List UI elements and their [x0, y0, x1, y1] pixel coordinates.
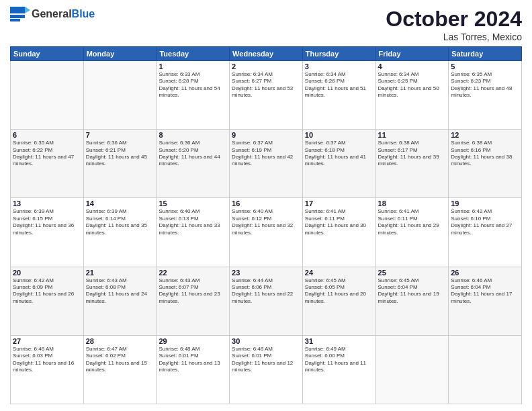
day-cell: 10Sunrise: 6:37 AM Sunset: 6:18 PM Dayli…	[302, 130, 375, 198]
day-cell: 28Sunrise: 6:47 AM Sunset: 6:02 PM Dayli…	[83, 335, 157, 404]
day-info: Sunrise: 6:44 AM Sunset: 6:06 PM Dayligh…	[232, 277, 300, 306]
day-cell: 16Sunrise: 6:40 AM Sunset: 6:12 PM Dayli…	[230, 198, 303, 267]
day-header-wednesday: Wednesday	[230, 47, 303, 61]
page: GeneralBlue October 2024 Las Torres, Mex…	[0, 0, 532, 411]
logo-icon	[10, 7, 30, 21]
day-number: 14	[86, 199, 154, 208]
day-info: Sunrise: 6:36 AM Sunset: 6:20 PM Dayligh…	[159, 140, 227, 168]
day-info: Sunrise: 6:37 AM Sunset: 6:18 PM Dayligh…	[305, 140, 373, 168]
day-header-thursday: Thursday	[302, 47, 375, 61]
day-info: Sunrise: 6:36 AM Sunset: 6:21 PM Dayligh…	[86, 140, 154, 168]
day-cell: 20Sunrise: 6:42 AM Sunset: 6:09 PM Dayli…	[11, 267, 84, 335]
day-number: 27	[13, 337, 81, 345]
day-info: Sunrise: 6:49 AM Sunset: 6:00 PM Dayligh…	[305, 346, 373, 374]
header: GeneralBlue October 2024 Las Torres, Mex…	[10, 7, 522, 42]
month-title: October 2024	[386, 7, 522, 32]
day-number: 9	[232, 131, 300, 139]
day-info: Sunrise: 6:47 AM Sunset: 6:02 PM Dayligh…	[86, 346, 154, 374]
day-cell: 24Sunrise: 6:45 AM Sunset: 6:05 PM Dayli…	[302, 267, 375, 335]
day-number: 6	[13, 131, 81, 139]
day-cell: 9Sunrise: 6:37 AM Sunset: 6:19 PM Daylig…	[230, 130, 303, 198]
location: Las Torres, Mexico	[386, 32, 522, 42]
day-number: 23	[232, 269, 300, 277]
day-number: 5	[451, 62, 519, 71]
day-cell: 7Sunrise: 6:36 AM Sunset: 6:21 PM Daylig…	[83, 130, 157, 198]
day-cell: 12Sunrise: 6:38 AM Sunset: 6:16 PM Dayli…	[449, 130, 522, 198]
logo: GeneralBlue	[10, 7, 95, 21]
day-cell: 3Sunrise: 6:34 AM Sunset: 6:26 PM Daylig…	[302, 61, 375, 130]
day-info: Sunrise: 6:39 AM Sunset: 6:15 PM Dayligh…	[13, 208, 81, 236]
svg-marker-1	[25, 7, 30, 13]
day-info: Sunrise: 6:48 AM Sunset: 6:01 PM Dayligh…	[159, 346, 227, 374]
day-info: Sunrise: 6:48 AM Sunset: 6:01 PM Dayligh…	[232, 346, 300, 374]
week-row-3: 13Sunrise: 6:39 AM Sunset: 6:15 PM Dayli…	[11, 198, 522, 267]
day-number: 16	[232, 199, 300, 208]
day-cell	[83, 61, 157, 130]
week-row-1: 1Sunrise: 6:33 AM Sunset: 6:28 PM Daylig…	[11, 61, 522, 130]
day-number: 26	[451, 269, 519, 277]
day-info: Sunrise: 6:38 AM Sunset: 6:16 PM Dayligh…	[451, 140, 519, 168]
day-cell: 13Sunrise: 6:39 AM Sunset: 6:15 PM Dayli…	[11, 198, 84, 267]
day-info: Sunrise: 6:40 AM Sunset: 6:12 PM Dayligh…	[232, 208, 300, 236]
day-info: Sunrise: 6:42 AM Sunset: 6:09 PM Dayligh…	[13, 277, 81, 306]
day-cell	[449, 335, 522, 404]
day-info: Sunrise: 6:39 AM Sunset: 6:14 PM Dayligh…	[86, 208, 154, 236]
calendar-header-row: SundayMondayTuesdayWednesdayThursdayFrid…	[11, 47, 522, 61]
day-info: Sunrise: 6:33 AM Sunset: 6:28 PM Dayligh…	[159, 71, 227, 99]
day-info: Sunrise: 6:34 AM Sunset: 6:27 PM Dayligh…	[232, 71, 300, 99]
svg-rect-3	[10, 19, 20, 21]
day-info: Sunrise: 6:41 AM Sunset: 6:11 PM Dayligh…	[305, 208, 373, 236]
day-info: Sunrise: 6:37 AM Sunset: 6:19 PM Dayligh…	[232, 140, 300, 168]
svg-rect-2	[10, 15, 25, 18]
day-number: 15	[159, 199, 227, 208]
day-number: 25	[378, 269, 447, 277]
title-section: October 2024 Las Torres, Mexico	[386, 7, 522, 42]
day-number: 29	[159, 337, 227, 345]
day-info: Sunrise: 6:35 AM Sunset: 6:22 PM Dayligh…	[13, 140, 81, 168]
logo-blue: Blue	[72, 8, 95, 19]
calendar-table: SundayMondayTuesdayWednesdayThursdayFrid…	[10, 46, 522, 404]
day-number: 30	[232, 337, 300, 345]
day-number: 20	[13, 269, 81, 277]
day-info: Sunrise: 6:34 AM Sunset: 6:26 PM Dayligh…	[305, 71, 373, 99]
logo-text: GeneralBlue	[32, 8, 95, 20]
day-number: 7	[86, 131, 154, 139]
day-cell: 1Sunrise: 6:33 AM Sunset: 6:28 PM Daylig…	[157, 61, 230, 130]
week-row-2: 6Sunrise: 6:35 AM Sunset: 6:22 PM Daylig…	[11, 130, 522, 198]
day-number: 4	[378, 62, 447, 71]
day-info: Sunrise: 6:46 AM Sunset: 6:03 PM Dayligh…	[13, 346, 81, 374]
day-cell: 5Sunrise: 6:35 AM Sunset: 6:23 PM Daylig…	[449, 61, 522, 130]
day-cell: 6Sunrise: 6:35 AM Sunset: 6:22 PM Daylig…	[11, 130, 84, 198]
svg-rect-0	[10, 7, 25, 13]
day-cell: 17Sunrise: 6:41 AM Sunset: 6:11 PM Dayli…	[302, 198, 375, 267]
day-info: Sunrise: 6:34 AM Sunset: 6:25 PM Dayligh…	[378, 71, 447, 99]
day-info: Sunrise: 6:45 AM Sunset: 6:05 PM Dayligh…	[305, 277, 373, 306]
day-cell: 30Sunrise: 6:48 AM Sunset: 6:01 PM Dayli…	[230, 335, 303, 404]
day-cell: 21Sunrise: 6:43 AM Sunset: 6:08 PM Dayli…	[83, 267, 157, 335]
day-number: 11	[378, 131, 447, 139]
day-cell: 2Sunrise: 6:34 AM Sunset: 6:27 PM Daylig…	[230, 61, 303, 130]
day-number: 19	[451, 199, 519, 208]
day-number: 22	[159, 269, 227, 277]
day-cell: 18Sunrise: 6:41 AM Sunset: 6:11 PM Dayli…	[375, 198, 449, 267]
day-header-friday: Friday	[375, 47, 449, 61]
day-header-sunday: Sunday	[11, 47, 84, 61]
day-cell: 4Sunrise: 6:34 AM Sunset: 6:25 PM Daylig…	[375, 61, 449, 130]
day-info: Sunrise: 6:40 AM Sunset: 6:13 PM Dayligh…	[159, 208, 227, 236]
day-info: Sunrise: 6:43 AM Sunset: 6:07 PM Dayligh…	[159, 277, 227, 306]
day-info: Sunrise: 6:38 AM Sunset: 6:17 PM Dayligh…	[378, 140, 447, 168]
day-cell: 8Sunrise: 6:36 AM Sunset: 6:20 PM Daylig…	[157, 130, 230, 198]
day-cell	[11, 61, 84, 130]
day-cell: 11Sunrise: 6:38 AM Sunset: 6:17 PM Dayli…	[375, 130, 449, 198]
day-cell: 29Sunrise: 6:48 AM Sunset: 6:01 PM Dayli…	[157, 335, 230, 404]
week-row-5: 27Sunrise: 6:46 AM Sunset: 6:03 PM Dayli…	[11, 335, 522, 404]
day-info: Sunrise: 6:43 AM Sunset: 6:08 PM Dayligh…	[86, 277, 154, 306]
day-number: 17	[305, 199, 373, 208]
day-cell: 14Sunrise: 6:39 AM Sunset: 6:14 PM Dayli…	[83, 198, 157, 267]
day-header-monday: Monday	[83, 47, 157, 61]
day-number: 8	[159, 131, 227, 139]
day-info: Sunrise: 6:46 AM Sunset: 6:04 PM Dayligh…	[451, 277, 519, 306]
day-number: 24	[305, 269, 373, 277]
day-number: 2	[232, 62, 300, 71]
day-cell: 19Sunrise: 6:42 AM Sunset: 6:10 PM Dayli…	[449, 198, 522, 267]
